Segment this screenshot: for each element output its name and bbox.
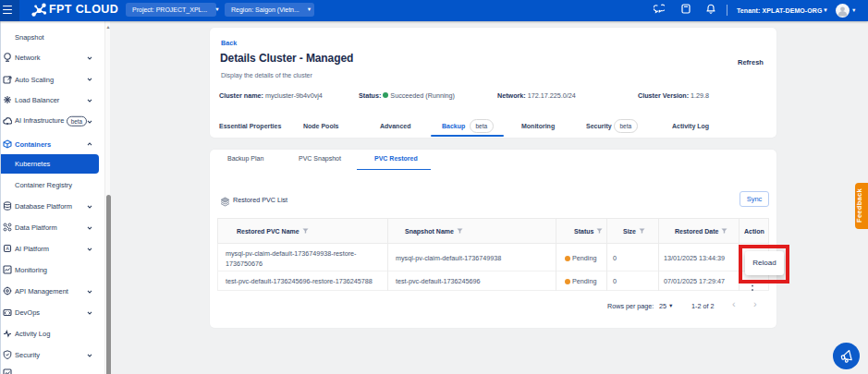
svg-text:A: A — [6, 246, 9, 251]
